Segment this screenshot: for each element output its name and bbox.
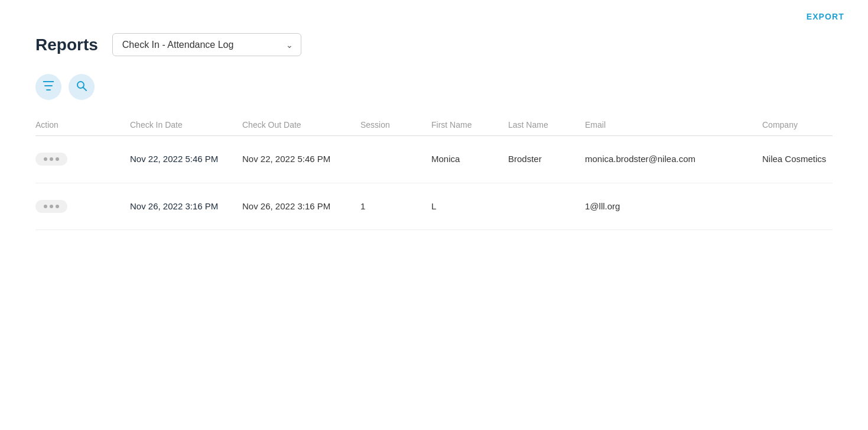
dot-1 [44,157,47,161]
row-action-cell [35,153,130,166]
first-name-cell: L [431,200,508,214]
dot-2 [50,157,53,161]
row-action-cell [35,200,130,213]
dot-2 [50,205,53,208]
search-icon [76,80,87,94]
email-cell: monica.brodster@nilea.com [585,153,762,166]
filter-button[interactable] [35,74,61,100]
dot-3 [56,205,59,208]
checkin-date-cell: Nov 22, 2022 5:46 PM [130,153,242,166]
export-button[interactable]: EXPORT [807,12,844,21]
col-checkout-date: Check Out Date [242,120,360,130]
company-cell: Nilea Cosmetics [762,153,868,166]
email-cell: 1@lll.org [585,200,762,214]
report-select-wrapper: Check In - Attendance LogCheck In - Summ… [112,33,301,56]
first-name-cell: Monica [431,153,508,166]
checkin-date-cell: Nov 26, 2022 3:16 PM [130,200,242,214]
action-menu-button[interactable] [35,200,67,213]
col-last-name: Last Name [508,120,585,130]
last-name-cell: Brodster [508,153,585,166]
filter-icon [43,81,54,93]
dot-3 [56,157,59,161]
toolbar [35,74,833,100]
col-first-name: First Name [431,120,508,130]
table-row: Nov 26, 2022 3:16 PM Nov 26, 2022 3:16 P… [35,183,833,231]
col-session: Session [360,120,431,130]
reports-header: Reports Check In - Attendance LogCheck I… [35,33,833,56]
checkout-date-cell: Nov 22, 2022 5:46 PM [242,153,360,166]
table-header: Action Check In Date Check Out Date Sess… [35,114,833,136]
page-title: Reports [35,35,98,54]
col-company: Company [762,120,868,130]
checkout-date-cell: Nov 26, 2022 3:16 PM [242,200,360,214]
search-button[interactable] [69,74,95,100]
svg-line-1 [83,87,87,90]
dot-1 [44,205,47,208]
report-type-select[interactable]: Check In - Attendance LogCheck In - Summ… [112,33,301,56]
action-menu-button[interactable] [35,153,67,166]
table-row: Nov 22, 2022 5:46 PM Nov 22, 2022 5:46 P… [35,136,833,183]
session-cell: 1 [360,200,431,214]
data-table: Action Check In Date Check Out Date Sess… [35,114,833,230]
col-email: Email [585,120,762,130]
col-action: Action [35,120,130,130]
col-checkin-date: Check In Date [130,120,242,130]
